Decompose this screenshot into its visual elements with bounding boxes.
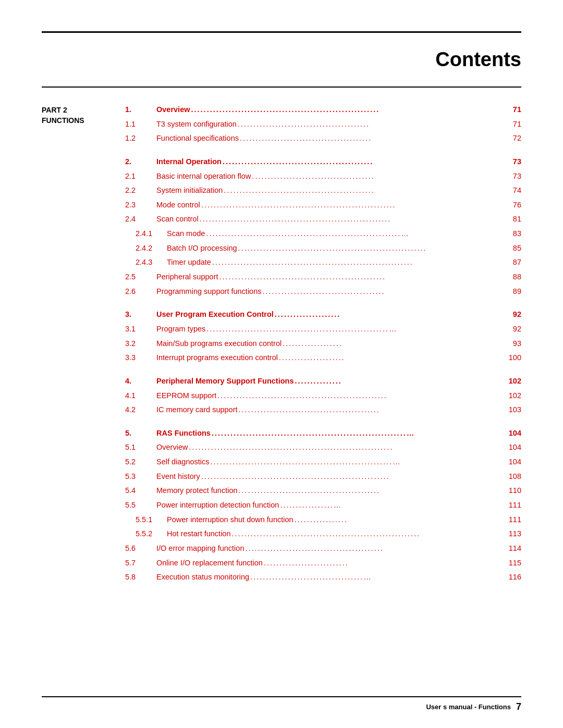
- toc-item-3-2: 3.2 Main/Sub programs execution control …: [125, 337, 521, 350]
- toc-dots-3-1: ........................................…: [205, 323, 500, 336]
- toc-item-2-3: 2.3 Mode control .......................…: [125, 199, 521, 212]
- toc-middle-4-2: IC memory card support .................…: [156, 403, 521, 416]
- page: Contents PART 2 FUNCTIONS 1. Overview ..…: [0, 0, 563, 728]
- footer: User s manual - Functions 7: [0, 696, 563, 712]
- toc-page-5-1: 104: [500, 441, 521, 454]
- toc-num-3-2: 3.2: [125, 337, 156, 350]
- toc-item-4-1: 4.1 EEPROM support .....................…: [125, 389, 521, 402]
- toc-label-5-3: Event history: [156, 470, 200, 483]
- toc-dots-2-4: ........................................…: [199, 213, 500, 226]
- toc-item-2-4-1: 2.4.1 Scan mode ........................…: [125, 227, 521, 240]
- toc-page-2: 73: [500, 155, 521, 168]
- toc-label-5-6: I/O error mapping function: [156, 542, 244, 555]
- toc-middle-5-5: Power interruption detection function ..…: [156, 499, 521, 512]
- toc-num-2-4-1: 2.4.1: [136, 227, 167, 240]
- toc-label-1-2: Functional specifications: [156, 132, 239, 145]
- toc-item-1-2: 1.2 Functional specifications ..........…: [125, 132, 521, 145]
- toc-num-5-3: 5.3: [125, 470, 156, 483]
- toc-item-2-2: 2.2 System initialization ..............…: [125, 184, 521, 197]
- toc-page-3-2: 93: [500, 337, 521, 350]
- toc-page-1: 71: [500, 103, 521, 116]
- toc-page-2-1: 73: [500, 170, 521, 183]
- toc-page-3: 92: [500, 308, 521, 321]
- toc-page-2-4-1: 83: [500, 227, 521, 240]
- toc-item-5-6: 5.6 I/O error mapping function .........…: [125, 542, 521, 555]
- toc-label-5-2: Self diagnostics: [156, 455, 210, 468]
- toc-page-4-1: 102: [500, 389, 521, 402]
- toc-middle-4-1: EEPROM support .........................…: [156, 389, 521, 402]
- toc-page-5-7: 115: [500, 557, 521, 570]
- sidebar-part-label: PART 2: [42, 106, 125, 114]
- toc-middle-2-6: Programming support functions ..........…: [156, 285, 521, 298]
- toc-page-3-3: 100: [500, 351, 521, 364]
- toc-middle-1: Overview ...............................…: [156, 103, 521, 116]
- toc-item-3-1: 3.1 Program types ......................…: [125, 323, 521, 336]
- toc-dots-2-2: ........................................…: [223, 184, 500, 197]
- toc-num-2: 2.: [125, 155, 156, 168]
- toc-page-5-8: 116: [500, 571, 521, 584]
- toc-middle-5-3: Event history ..........................…: [156, 470, 521, 483]
- toc-num-4-2: 4.2: [125, 403, 156, 416]
- toc-label-2-5: Peripheral support: [156, 270, 218, 283]
- toc-middle-2-4-2: Batch I/O processing ...................…: [167, 242, 521, 255]
- toc-num-1-2: 1.2: [125, 132, 156, 145]
- toc-middle-5: RAS Functions ..........................…: [156, 427, 521, 440]
- toc-page-5-4: 110: [500, 484, 521, 497]
- toc-middle-5-8: Execution status monitoring ............…: [156, 571, 521, 584]
- toc-middle-2-4-1: Scan mode ..............................…: [167, 227, 521, 240]
- toc-num-1: 1.: [125, 103, 156, 116]
- toc-label-2-4-1: Scan mode: [167, 227, 205, 240]
- toc-dots-5-1: ........................................…: [188, 441, 500, 454]
- toc-item-5-8: 5.8 Execution status monitoring ........…: [125, 571, 521, 584]
- toc-label-4-1: EEPROM support: [156, 389, 216, 402]
- toc-header-3: 3. User Program Execution Control ......…: [125, 308, 521, 321]
- toc-middle-2-4: Scan control ...........................…: [156, 213, 521, 226]
- toc-page-2-3: 76: [500, 199, 521, 212]
- toc-dots-4-1: ........................................…: [216, 389, 500, 402]
- toc-middle-4: Peripheral Memory Support Functions ....…: [156, 375, 521, 388]
- toc-section-3: 3. User Program Execution Control ......…: [125, 308, 521, 364]
- toc-label-5-4: Memory protect function: [156, 484, 238, 497]
- toc-item-2-6: 2.6 Programming support functions ......…: [125, 285, 521, 298]
- toc-page-5-3: 108: [500, 470, 521, 483]
- toc-label-2-4: Scan control: [156, 213, 199, 226]
- toc-page-1-2: 72: [500, 132, 521, 145]
- toc-header-2: 2. Internal Operation ..................…: [125, 155, 521, 168]
- toc-label-2-6: Programming support functions: [156, 285, 262, 298]
- toc-label-2: Internal Operation: [156, 155, 222, 168]
- toc-dots-5-2: ........................................…: [210, 455, 500, 468]
- toc-item-5-5-2: 5.5.2 Hot restart function .............…: [125, 527, 521, 540]
- toc-page-2-4: 81: [500, 213, 521, 226]
- toc-section-1: 1. Overview ............................…: [125, 103, 521, 145]
- sidebar: PART 2 FUNCTIONS: [42, 103, 125, 594]
- toc-section-5: 5. RAS Functions .......................…: [125, 427, 521, 584]
- toc-dots-3: .....................: [274, 308, 500, 321]
- toc-num-5-8: 5.8: [125, 571, 156, 584]
- toc-dots-2-4-2: ........................................…: [237, 242, 500, 255]
- toc-num-2-6: 2.6: [125, 285, 156, 298]
- toc-middle-3-2: Main/Sub programs execution control ....…: [156, 337, 521, 350]
- toc-dots-4-2: ........................................…: [238, 403, 500, 416]
- toc-page-2-4-3: 87: [500, 256, 521, 269]
- toc-middle-5-7: Online I/O replacement function ........…: [156, 557, 521, 570]
- toc-num-5-1: 5.1: [125, 441, 156, 454]
- content-area: PART 2 FUNCTIONS 1. Overview ...........…: [42, 103, 521, 594]
- toc-middle-3: User Program Execution Control .........…: [156, 308, 521, 321]
- toc-header-4: 4. Peripheral Memory Support Functions .…: [125, 375, 521, 388]
- toc-num-2-4-2: 2.4.2: [136, 242, 167, 255]
- toc-num-3-1: 3.1: [125, 323, 156, 336]
- toc-middle-2-4-3: Timer update ...........................…: [167, 256, 521, 269]
- toc-label-5-7: Online I/O replacement function: [156, 557, 263, 570]
- toc-dots-1-1: ........................................…: [237, 118, 500, 131]
- toc-num-2-3: 2.3: [125, 199, 156, 212]
- toc-page-3-1: 92: [500, 323, 521, 336]
- toc-item-5-5: 5.5 Power interruption detection functio…: [125, 499, 521, 512]
- toc-middle-2-3: Mode control ...........................…: [156, 199, 521, 212]
- toc-label-2-4-2: Batch I/O processing: [167, 242, 237, 255]
- toc-item-5-2: 5.2 Self diagnostics ...................…: [125, 455, 521, 468]
- toc-label-2-4-3: Timer update: [167, 256, 211, 269]
- toc-item-2-4-3: 2.4.3 Timer update .....................…: [125, 256, 521, 269]
- toc-dots-5-7: ...........................: [263, 557, 500, 570]
- toc-num-2-4-3: 2.4.3: [136, 256, 167, 269]
- title-border: [42, 87, 521, 88]
